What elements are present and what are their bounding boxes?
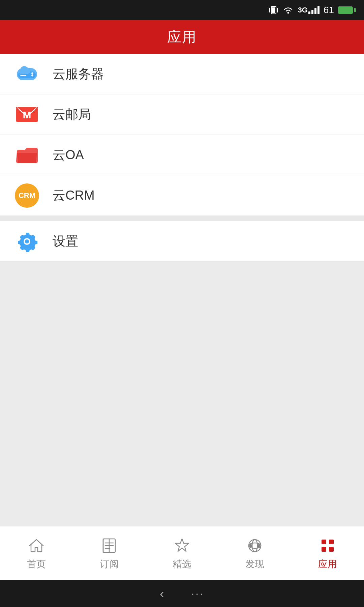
svg-marker-19 [175, 539, 189, 551]
svg-point-10 [31, 74, 33, 76]
subscribe-icon [100, 536, 119, 555]
svg-point-24 [258, 545, 260, 547]
svg-point-12 [19, 69, 24, 74]
app-header: 应用 [0, 20, 364, 54]
settings-section: 设置 [0, 221, 364, 262]
cloud-crm-icon: CRM [13, 182, 40, 209]
svg-rect-8 [20, 75, 26, 76]
nav-subscribe-label: 订阅 [100, 558, 119, 571]
cloud-mail-label: 云邮局 [53, 106, 91, 123]
svg-rect-2 [269, 8, 270, 12]
menu-item-cloud-mail[interactable]: M 云邮局 [0, 94, 364, 135]
nav-item-home[interactable]: 首页 [0, 526, 73, 580]
svg-text:M: M [23, 109, 31, 120]
battery-icon [338, 6, 356, 14]
bottom-nav: 首页 订阅 精选 [0, 526, 364, 580]
system-bar: ‹ ··· [0, 580, 364, 607]
nav-apps-label: 应用 [318, 558, 337, 571]
svg-rect-25 [322, 540, 326, 544]
page-title: 应用 [167, 28, 197, 47]
menu-item-cloud-server[interactable]: 云服务器 [0, 54, 364, 94]
vibrate-icon [269, 5, 279, 15]
svg-rect-1 [272, 7, 275, 13]
status-bar: 3G 61 [0, 0, 364, 20]
svg-point-23 [250, 545, 252, 547]
svg-point-9 [31, 72, 33, 74]
menu-item-cloud-oa[interactable]: 云OA [0, 135, 364, 175]
nav-home-label: 首页 [27, 558, 46, 571]
apps-icon [318, 536, 337, 555]
svg-point-21 [252, 540, 257, 552]
nav-discover-label: 发现 [245, 558, 264, 571]
svg-point-13 [24, 67, 30, 74]
battery-level: 61 [324, 5, 334, 16]
menu-item-cloud-crm[interactable]: CRM 云CRM [0, 175, 364, 216]
nav-item-subscribe[interactable]: 订阅 [73, 526, 146, 580]
signal-icon: 3G [298, 6, 319, 15]
nav-featured-label: 精选 [173, 558, 191, 571]
home-icon [27, 536, 46, 555]
menu-item-settings[interactable]: 设置 [0, 221, 364, 262]
nav-item-featured[interactable]: 精选 [146, 526, 218, 580]
wifi-icon [283, 5, 294, 15]
discover-icon [245, 536, 264, 555]
svg-rect-26 [329, 540, 334, 544]
dots-button[interactable]: ··· [191, 587, 204, 600]
content-area [0, 262, 364, 526]
cloud-server-label: 云服务器 [53, 65, 104, 83]
svg-rect-27 [322, 547, 326, 552]
cloud-mail-icon: M [13, 101, 40, 128]
menu-section: 云服务器 M 云邮局 云OA [0, 54, 364, 216]
section-divider [0, 216, 364, 221]
status-icons: 3G 61 [269, 5, 356, 16]
settings-label: 设置 [53, 233, 78, 250]
cloud-oa-label: 云OA [53, 146, 84, 164]
cloud-oa-icon [13, 142, 40, 169]
svg-rect-28 [329, 547, 334, 552]
nav-item-apps[interactable]: 应用 [291, 526, 364, 580]
svg-point-17 [25, 239, 29, 243]
cloud-crm-label: 云CRM [53, 187, 95, 204]
svg-rect-3 [277, 8, 278, 12]
settings-icon [13, 228, 40, 255]
nav-item-discover[interactable]: 发现 [218, 526, 291, 580]
featured-icon [173, 536, 191, 555]
crm-badge: CRM [15, 183, 39, 208]
back-button[interactable]: ‹ [160, 586, 164, 601]
cloud-server-icon [13, 61, 40, 88]
svg-point-4 [287, 12, 289, 14]
